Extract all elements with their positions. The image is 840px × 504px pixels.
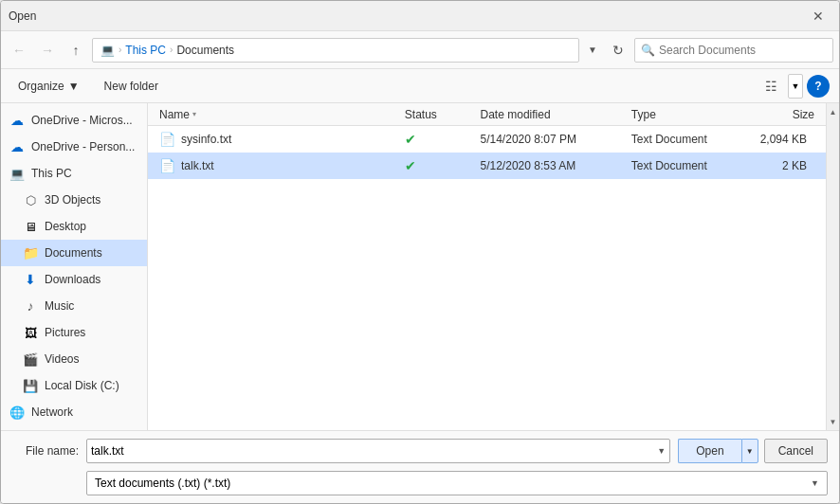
filename-row: File name: ▼ Open ▼ Cancel <box>12 439 828 463</box>
forward-button[interactable]: → <box>35 38 60 63</box>
sidebar-item-videos[interactable]: 🎬 Videos <box>1 346 147 372</box>
sidebar-item-onedrive-micro-label: OneDrive - Micros... <box>31 114 133 127</box>
downloads-icon: ⬇ <box>22 271 39 288</box>
filetype-dropdown[interactable]: Text documents (.txt) (*.txt) ▼ <box>86 471 828 495</box>
search-input[interactable] <box>659 44 827 57</box>
sidebar-item-documents-label: Documents <box>45 246 102 260</box>
organize-label: Organize <box>18 80 64 93</box>
right-scrollbar: ▲ ▼ <box>826 103 839 430</box>
sidebar-item-desktop[interactable]: 🖥 Desktop <box>1 213 147 240</box>
cell-name-talk: 📄 talk.txt <box>152 158 397 173</box>
sidebar-item-3d-objects-label: 3D Objects <box>45 193 100 207</box>
pictures-icon: 🖼 <box>22 324 39 341</box>
status-ok-icon: ✔ <box>405 158 416 173</box>
sidebar-item-network[interactable]: 🌐 Network <box>1 399 147 425</box>
sidebar-item-3d-objects[interactable]: ⬡ 3D Objects <box>1 187 147 213</box>
cell-status-sysinfo: ✔ <box>397 132 473 147</box>
dialog-title: Open <box>9 9 36 23</box>
breadcrumb-this-pc[interactable]: This PC <box>125 44 166 57</box>
filename-dropdown-arrow: ▼ <box>657 446 666 456</box>
sidebar-item-pictures-label: Pictures <box>45 326 85 339</box>
file-list-header: Name ▾ Status Date modified Type Size <box>148 103 826 126</box>
sidebar-item-videos-label: Videos <box>45 352 79 366</box>
breadcrumb-sep2: › <box>170 45 173 55</box>
local-disk-icon: 💾 <box>22 377 39 394</box>
sidebar-item-downloads[interactable]: ⬇ Downloads <box>1 266 147 293</box>
documents-icon: 📁 <box>22 244 39 261</box>
organize-toolbar: Organize ▼ New folder ☷ ▼ ? <box>1 69 839 103</box>
cell-type-sysinfo: Text Document <box>624 133 746 146</box>
bottom-area: File name: ▼ Open ▼ Cancel Text document… <box>1 430 839 503</box>
cell-date-talk: 5/12/2020 8:53 AM <box>473 159 624 172</box>
search-icon: 🔍 <box>641 44 655 57</box>
open-dialog: Open ✕ ← → ↑ 💻 › This PC › Documents ▼ ↻… <box>0 0 840 504</box>
this-pc-icon: 💻 <box>9 165 26 182</box>
breadcrumb-sep1: › <box>119 45 121 55</box>
file-list: 📄 sysinfo.txt ✔ 5/14/2020 8:07 PM Text D… <box>148 126 826 430</box>
open-dropdown-button[interactable]: ▼ <box>741 439 758 463</box>
desktop-icon: 🖥 <box>22 218 39 235</box>
back-button[interactable]: ← <box>7 38 31 63</box>
col-header-status[interactable]: Status <box>397 103 473 125</box>
filetype-dropdown-arrow: ▼ <box>811 478 819 488</box>
breadcrumb-current: Documents <box>176 44 234 57</box>
onedrive-micro-icon: ☁ <box>9 112 26 129</box>
sidebar-item-network-label: Network <box>31 405 73 419</box>
filename-input-wrapper[interactable]: ▼ <box>86 439 670 463</box>
sidebar-item-onedrive-micro[interactable]: ☁ OneDrive - Micros... <box>1 107 147 134</box>
music-icon: ♪ <box>22 297 39 315</box>
filetype-row: Text documents (.txt) (*.txt) ▼ <box>12 471 828 495</box>
view-dropdown-button[interactable]: ▼ <box>788 74 803 99</box>
col-header-type[interactable]: Type <box>624 103 746 125</box>
scroll-up-arrow[interactable]: ▲ <box>827 105 840 118</box>
filetype-value: Text documents (.txt) (*.txt) <box>95 477 230 490</box>
cell-size-talk: 2 KB <box>746 159 822 172</box>
file-list-area: Name ▾ Status Date modified Type Size <box>148 103 826 430</box>
breadcrumb-dropdown-button[interactable]: ▼ <box>583 38 602 63</box>
sidebar: ☁ OneDrive - Micros... ☁ OneDrive - Pers… <box>1 103 148 430</box>
table-row[interactable]: 📄 sysinfo.txt ✔ 5/14/2020 8:07 PM Text D… <box>148 126 826 153</box>
new-folder-button[interactable]: New folder <box>95 76 168 97</box>
col-header-name[interactable]: Name ▾ <box>152 103 397 125</box>
cancel-button[interactable]: Cancel <box>764 439 828 463</box>
sidebar-item-documents[interactable]: 📁 Documents <box>1 240 147 266</box>
organize-button[interactable]: Organize ▼ <box>10 76 87 97</box>
filename-label: File name: <box>12 444 79 458</box>
main-content: ☁ OneDrive - Micros... ☁ OneDrive - Pers… <box>1 103 839 430</box>
sidebar-item-pictures[interactable]: 🖼 Pictures <box>1 319 147 346</box>
breadcrumb-bar: 💻 › This PC › Documents <box>92 38 579 63</box>
sidebar-item-desktop-label: Desktop <box>45 220 86 233</box>
col-header-date[interactable]: Date modified <box>473 103 624 125</box>
sidebar-item-onedrive-personal[interactable]: ☁ OneDrive - Person... <box>1 134 147 160</box>
3d-objects-icon: ⬡ <box>22 191 39 208</box>
sidebar-item-music[interactable]: ♪ Music <box>1 293 147 319</box>
onedrive-personal-icon: ☁ <box>9 138 26 155</box>
view-controls: ☷ ▼ ? <box>758 74 830 99</box>
up-button[interactable]: ↑ <box>64 38 88 63</box>
sidebar-item-this-pc[interactable]: 💻 This PC <box>1 160 147 187</box>
col-header-size[interactable]: Size <box>746 103 822 125</box>
sidebar-item-local-disk[interactable]: 💾 Local Disk (C:) <box>1 372 147 399</box>
sidebar-item-onedrive-personal-label: OneDrive - Person... <box>31 140 135 153</box>
file-icon-talk: 📄 <box>159 158 175 173</box>
cell-type-talk: Text Document <box>624 159 746 172</box>
table-row[interactable]: 📄 talk.txt ✔ 5/12/2020 8:53 AM Text Docu… <box>148 153 826 179</box>
titlebar: Open ✕ <box>1 1 839 31</box>
cell-status-talk: ✔ <box>397 158 473 173</box>
sidebar-item-music-label: Music <box>45 299 74 313</box>
view-button[interactable]: ☷ <box>758 74 784 99</box>
filename-input[interactable] <box>91 444 657 458</box>
cell-date-sysinfo: 5/14/2020 8:07 PM <box>473 133 624 146</box>
window-controls: ✕ <box>805 6 831 27</box>
organize-dropdown-icon: ▼ <box>68 80 80 93</box>
help-button[interactable]: ? <box>807 75 830 98</box>
videos-icon: 🎬 <box>22 351 39 368</box>
open-btn-group: Open ▼ <box>678 439 758 463</box>
sort-indicator: ▾ <box>192 110 196 118</box>
sidebar-item-this-pc-label: This PC <box>31 167 72 180</box>
status-ok-icon: ✔ <box>405 132 416 147</box>
open-button[interactable]: Open <box>678 439 740 463</box>
scroll-down-arrow[interactable]: ▼ <box>827 415 840 428</box>
refresh-button[interactable]: ↻ <box>606 38 630 63</box>
close-button[interactable]: ✕ <box>805 6 831 27</box>
